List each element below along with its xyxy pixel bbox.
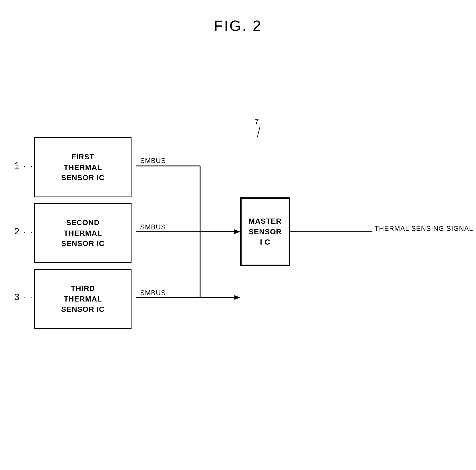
sensor-label-2: 2 [14,226,19,237]
second-thermal-sensor-box: SECONDTHERMALSENSOR IC [34,203,132,263]
node-tick [252,126,269,140]
smbus-label-2: SMBUS [140,223,166,231]
svg-marker-9 [234,295,240,300]
svg-marker-5 [234,229,240,234]
thermal-sensing-signal-label: THERMAL SENSING SIGNAL [375,225,473,233]
sensor-dots-1: · · [23,163,33,170]
diagram: FIRSTTHERMALSENSOR IC 1 · · SMBUS SECOND… [0,109,476,452]
sensor-label-3: 3 [14,292,19,302]
first-thermal-sensor-box: FIRSTTHERMALSENSOR IC [34,137,132,197]
smbus-label-3: SMBUS [140,289,166,297]
smbus-label-1: SMBUS [140,157,166,165]
sensor-dots-3: · · [23,295,33,301]
sensor-label-1: 1 [14,160,19,171]
third-thermal-sensor-box: THIRDTHERMALSENSOR IC [34,269,132,329]
master-sensor-box: MASTERSENSORI C [240,197,290,266]
page-title: FIG. 2 [0,0,476,34]
master-node-label: 7 [254,117,259,126]
svg-line-11 [257,126,260,137]
sensor-dots-2: · · [23,229,33,235]
